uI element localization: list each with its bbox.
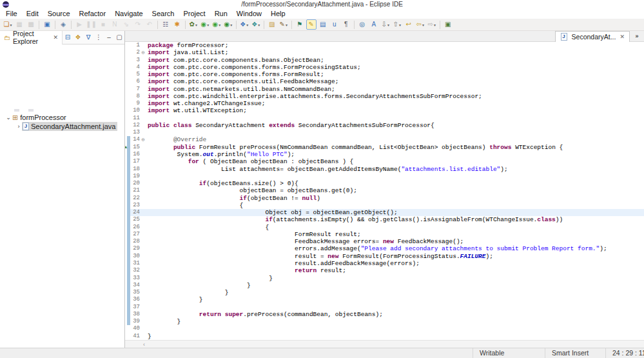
menu-run[interactable]: Run bbox=[210, 9, 232, 19]
step-filters-button[interactable]: ☷ bbox=[161, 19, 171, 30]
code-line[interactable]: 21 objectBean = objectBeans.get(0); bbox=[125, 187, 644, 194]
last-edit-location-button[interactable]: ↩ bbox=[404, 19, 414, 30]
console-button[interactable]: ▣ bbox=[42, 19, 52, 30]
code-line[interactable]: 31 result.addFeedbackMessage(errors); bbox=[125, 260, 644, 267]
code-line[interactable]: 14⊖ @Override bbox=[125, 136, 644, 143]
pin-editor-button[interactable]: ▣ bbox=[443, 19, 453, 30]
flag-button[interactable]: ⚑ bbox=[295, 19, 305, 30]
code-line[interactable]: 27 FormResult result; bbox=[125, 231, 644, 238]
previous-annotation-button[interactable]: ⇧▾ bbox=[392, 19, 402, 30]
code-line[interactable]: 24 Object obj = objectBean.getObject(); bbox=[125, 209, 644, 216]
horizontal-scrollbar[interactable]: ‹ bbox=[125, 340, 644, 348]
code-line[interactable]: 23 { bbox=[125, 202, 644, 209]
code-line[interactable]: 10import wt.util.WTException; bbox=[125, 107, 644, 114]
code-line[interactable]: 39 } bbox=[125, 318, 644, 325]
code-line[interactable]: ▲15 public FormResult preProcess(NmComma… bbox=[125, 144, 644, 151]
run-button[interactable]: ◉▾ bbox=[200, 19, 210, 30]
menu-project[interactable]: Project bbox=[179, 9, 210, 19]
tab-overflow-chevron[interactable]: » bbox=[630, 33, 644, 39]
code-line[interactable]: 1package formProcessor; bbox=[125, 42, 644, 49]
code-line[interactable]: 25 if(attachments.isEmpty() && obj.getCl… bbox=[125, 216, 644, 223]
code-line[interactable]: 37 bbox=[125, 304, 644, 311]
collapse-all-button[interactable]: ⊟ bbox=[63, 32, 72, 43]
code-line[interactable]: 3import com.ptc.core.components.beans.Ob… bbox=[125, 57, 644, 64]
code-line[interactable]: 40 bbox=[125, 325, 644, 332]
code-line[interactable]: 36 } bbox=[125, 296, 644, 303]
code-line[interactable]: 11 bbox=[125, 115, 644, 122]
code-line[interactable]: 26 { bbox=[125, 224, 644, 231]
fold-collapse-icon[interactable]: ⊖ bbox=[141, 136, 146, 143]
code-line[interactable]: 41} bbox=[125, 333, 644, 340]
scroll-left-arrow-icon[interactable]: ‹ bbox=[143, 341, 145, 348]
close-icon[interactable]: ✕ bbox=[53, 34, 58, 41]
profile-button[interactable]: ◉▾ bbox=[223, 19, 233, 30]
notes-button[interactable]: ▤ bbox=[318, 19, 328, 30]
tree-item-secondaryattachment[interactable]: › J SecondaryAttachment.java bbox=[0, 122, 124, 131]
code-line[interactable]: 18 List attachments= objectBean.getAdded… bbox=[125, 166, 644, 173]
code-line[interactable]: 17 for ( ObjectBean objectBean : objectB… bbox=[125, 158, 644, 165]
open-element-button[interactable]: ▨ bbox=[267, 19, 277, 30]
annotate-button[interactable]: ✎▾ bbox=[278, 19, 289, 30]
chevron-down-icon[interactable]: ⌄ bbox=[5, 114, 12, 121]
back-button[interactable]: ⇦▾ bbox=[415, 19, 425, 30]
code-line[interactable]: 7import com.ptc.netmarkets.util.beans.Nm… bbox=[125, 86, 644, 93]
code-line[interactable]: 12public class SecondaryAttachment exten… bbox=[125, 122, 644, 129]
next-annotation-button[interactable]: ⇩▾ bbox=[380, 19, 391, 30]
maximize-button[interactable]: ▢ bbox=[115, 32, 124, 43]
code-line[interactable]: 2⊖import java.util.List; bbox=[125, 49, 644, 56]
code-line[interactable]: 32 return result; bbox=[125, 267, 644, 274]
tree-item-formprocessor[interactable]: ⌄ ⊞ formProcessor bbox=[0, 113, 124, 122]
new-java-project-button[interactable]: ❖▾ bbox=[239, 19, 249, 30]
minimize-button[interactable]: – bbox=[104, 32, 113, 43]
filter-button[interactable]: ∇ bbox=[84, 32, 93, 43]
code-line[interactable]: 30 result = new FormResult(FormProcessin… bbox=[125, 253, 644, 260]
menu-file[interactable]: File bbox=[1, 9, 22, 19]
menu-window[interactable]: Window bbox=[232, 9, 266, 19]
mark-occurrences-button[interactable]: ✎ bbox=[306, 19, 317, 30]
menu-edit[interactable]: Edit bbox=[22, 9, 43, 19]
view-menu-button[interactable]: ⋮ bbox=[94, 32, 103, 43]
search-button[interactable]: ◈ bbox=[58, 19, 68, 30]
menu-navigate[interactable]: Navigate bbox=[110, 9, 147, 19]
code-line[interactable]: 8import com.ptc.windchill.enterprise.att… bbox=[125, 93, 644, 100]
line-number: 15 bbox=[130, 144, 141, 151]
debug-button[interactable]: ✿▾ bbox=[188, 19, 199, 30]
close-icon[interactable]: ✕ bbox=[620, 34, 625, 40]
code-line[interactable]: 13 bbox=[125, 129, 644, 136]
tab-secondaryattachment-java[interactable]: J SecondaryAt... ✕ bbox=[555, 31, 630, 42]
new-wizard-button[interactable]: ❏▾ bbox=[3, 19, 13, 30]
code-line[interactable]: 6import com.ptc.core.components.util.Fee… bbox=[125, 78, 644, 85]
code-line[interactable]: 5import com.ptc.core.components.forms.Fo… bbox=[125, 71, 644, 78]
code-line[interactable]: 35 } bbox=[125, 289, 644, 296]
new-wizard-star-button[interactable]: ✱ bbox=[172, 19, 182, 30]
show-whitespace-button[interactable]: ¶ bbox=[341, 19, 351, 30]
code-line[interactable]: 28 FeedbackMessage errors= new FeedbackM… bbox=[125, 238, 644, 245]
code-line[interactable]: 20 if(objectBeans.size() > 0){ bbox=[125, 180, 644, 187]
code-line[interactable]: 34 } bbox=[125, 282, 644, 289]
coverage-button[interactable]: ◉▾ bbox=[211, 19, 222, 30]
menu-source[interactable]: Source bbox=[43, 9, 75, 19]
code-line[interactable]: 38 return super.preProcess(commandBean, … bbox=[125, 311, 644, 318]
code-line[interactable]: 16 System.out.println("Hello PTC"); bbox=[125, 151, 644, 158]
menu-help[interactable]: Help bbox=[266, 9, 290, 19]
externalize-strings-button[interactable]: A bbox=[369, 19, 379, 30]
code-line[interactable]: 29 errors.addMessage("Please add seconda… bbox=[125, 245, 644, 252]
fold-column bbox=[141, 216, 146, 223]
code-line[interactable]: 4import com.ptc.core.components.forms.Fo… bbox=[125, 64, 644, 71]
package-presentation-button[interactable]: ❖ bbox=[73, 32, 83, 43]
chevron-right-icon[interactable]: › bbox=[15, 123, 22, 130]
forward-button[interactable]: ⇨▾ bbox=[427, 19, 437, 30]
code-line[interactable]: 19 bbox=[125, 173, 644, 180]
tab-project-explorer[interactable]: 🗀 Project Explorer ✕ bbox=[0, 31, 63, 45]
code-text: objectBean = objectBeans.get(0); bbox=[146, 187, 644, 194]
code-line[interactable]: 33 } bbox=[125, 275, 644, 282]
fold-column bbox=[141, 144, 146, 151]
menu-search[interactable]: Search bbox=[148, 9, 179, 19]
fold-collapse-icon[interactable]: ⊖ bbox=[141, 49, 146, 56]
code-line[interactable]: 9import wt.change2.WTChangeIssue; bbox=[125, 100, 644, 107]
web-browser-button[interactable]: ◎ bbox=[357, 19, 367, 30]
new-web-project-button[interactable]: ❖▾ bbox=[251, 19, 261, 30]
code-line[interactable]: 22 if(objectBean != null) bbox=[125, 195, 644, 202]
menu-refactor[interactable]: Refactor bbox=[75, 9, 111, 19]
underline-button[interactable]: u bbox=[329, 19, 340, 30]
